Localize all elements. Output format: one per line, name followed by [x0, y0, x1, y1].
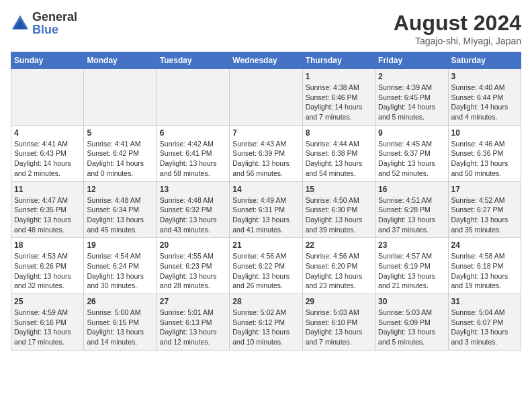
day-number: 19 — [87, 240, 153, 250]
day-cell: 28Sunrise: 5:02 AM Sunset: 6:12 PM Dayli… — [230, 294, 302, 351]
day-number: 25 — [14, 297, 81, 306]
day-number: 13 — [160, 185, 226, 194]
day-number: 3 — [451, 72, 518, 81]
day-info: Sunrise: 4:38 AM Sunset: 6:46 PM Dayligh… — [306, 83, 372, 122]
day-number: 24 — [451, 240, 518, 250]
day-info: Sunrise: 5:00 AM Sunset: 6:15 PM Dayligh… — [87, 308, 153, 347]
day-cell: 8Sunrise: 4:44 AM Sunset: 6:38 PM Daylig… — [302, 125, 375, 181]
day-info: Sunrise: 4:41 AM Sunset: 6:43 PM Dayligh… — [14, 139, 81, 179]
day-number: 23 — [378, 240, 445, 250]
week-row-1: 4Sunrise: 4:41 AM Sunset: 6:43 PM Daylig… — [11, 125, 521, 181]
logo: General Blue — [11, 11, 77, 36]
day-info: Sunrise: 5:03 AM Sunset: 6:10 PM Dayligh… — [306, 308, 372, 347]
header-cell-wednesday: Wednesday — [230, 52, 302, 69]
day-info: Sunrise: 4:55 AM Sunset: 6:23 PM Dayligh… — [160, 251, 226, 291]
header-cell-sunday: Sunday — [11, 52, 84, 69]
header-cell-tuesday: Tuesday — [157, 52, 229, 69]
day-number: 26 — [87, 297, 153, 306]
day-number: 29 — [306, 297, 372, 306]
day-cell: 5Sunrise: 4:41 AM Sunset: 6:42 PM Daylig… — [84, 125, 157, 181]
day-cell: 9Sunrise: 4:45 AM Sunset: 6:37 PM Daylig… — [375, 125, 448, 181]
day-info: Sunrise: 4:42 AM Sunset: 6:41 PM Dayligh… — [160, 139, 226, 179]
day-info: Sunrise: 4:57 AM Sunset: 6:19 PM Dayligh… — [378, 251, 445, 291]
day-cell: 7Sunrise: 4:43 AM Sunset: 6:39 PM Daylig… — [230, 125, 302, 181]
day-cell — [11, 69, 84, 126]
day-cell: 10Sunrise: 4:46 AM Sunset: 6:36 PM Dayli… — [448, 125, 521, 181]
day-info: Sunrise: 4:56 AM Sunset: 6:22 PM Dayligh… — [232, 251, 299, 291]
day-number: 10 — [451, 128, 518, 138]
day-number: 14 — [232, 185, 299, 194]
header-cell-friday: Friday — [375, 52, 448, 69]
day-info: Sunrise: 5:03 AM Sunset: 6:09 PM Dayligh… — [378, 308, 445, 347]
day-info: Sunrise: 4:45 AM Sunset: 6:37 PM Dayligh… — [378, 139, 445, 179]
day-number: 12 — [87, 185, 153, 194]
day-cell: 17Sunrise: 4:52 AM Sunset: 6:27 PM Dayli… — [448, 181, 521, 238]
week-row-4: 25Sunrise: 4:59 AM Sunset: 6:16 PM Dayli… — [11, 294, 521, 351]
header-row: SundayMondayTuesdayWednesdayThursdayFrid… — [11, 52, 521, 69]
day-cell: 4Sunrise: 4:41 AM Sunset: 6:43 PM Daylig… — [11, 125, 84, 181]
day-cell: 14Sunrise: 4:49 AM Sunset: 6:31 PM Dayli… — [230, 181, 302, 238]
day-cell: 24Sunrise: 4:58 AM Sunset: 6:18 PM Dayli… — [448, 238, 521, 294]
day-info: Sunrise: 4:58 AM Sunset: 6:18 PM Dayligh… — [451, 251, 518, 291]
day-number: 7 — [232, 128, 299, 138]
day-cell: 11Sunrise: 4:47 AM Sunset: 6:35 PM Dayli… — [11, 181, 84, 238]
day-number: 27 — [160, 297, 226, 306]
header-cell-monday: Monday — [84, 52, 157, 69]
day-info: Sunrise: 4:51 AM Sunset: 6:28 PM Dayligh… — [378, 195, 445, 235]
day-cell: 20Sunrise: 4:55 AM Sunset: 6:23 PM Dayli… — [157, 238, 229, 294]
day-cell: 18Sunrise: 4:53 AM Sunset: 6:26 PM Dayli… — [11, 238, 84, 294]
day-number: 16 — [378, 185, 445, 194]
day-number: 2 — [378, 72, 445, 81]
day-cell — [84, 69, 157, 126]
day-number: 18 — [14, 240, 81, 250]
day-info: Sunrise: 4:48 AM Sunset: 6:34 PM Dayligh… — [87, 195, 153, 235]
header-cell-thursday: Thursday — [302, 52, 375, 69]
day-cell — [230, 69, 302, 126]
day-cell: 31Sunrise: 5:04 AM Sunset: 6:07 PM Dayli… — [448, 294, 521, 351]
day-info: Sunrise: 4:41 AM Sunset: 6:42 PM Dayligh… — [87, 139, 153, 179]
day-cell: 16Sunrise: 4:51 AM Sunset: 6:28 PM Dayli… — [375, 181, 448, 238]
day-cell: 22Sunrise: 4:56 AM Sunset: 6:20 PM Dayli… — [302, 238, 375, 294]
day-info: Sunrise: 4:44 AM Sunset: 6:38 PM Dayligh… — [306, 139, 372, 179]
day-info: Sunrise: 5:02 AM Sunset: 6:12 PM Dayligh… — [232, 308, 299, 347]
week-row-0: 1Sunrise: 4:38 AM Sunset: 6:46 PM Daylig… — [11, 69, 521, 126]
day-info: Sunrise: 4:53 AM Sunset: 6:26 PM Dayligh… — [14, 251, 81, 291]
logo-text-blue: Blue — [32, 23, 58, 36]
day-number: 8 — [306, 128, 372, 138]
day-info: Sunrise: 4:56 AM Sunset: 6:20 PM Dayligh… — [306, 251, 372, 291]
logo-text-general: General — [32, 10, 77, 24]
day-cell: 15Sunrise: 4:50 AM Sunset: 6:30 PM Dayli… — [302, 181, 375, 238]
day-number: 22 — [306, 240, 372, 250]
day-number: 21 — [232, 240, 299, 250]
day-info: Sunrise: 4:50 AM Sunset: 6:30 PM Dayligh… — [306, 195, 372, 235]
day-number: 4 — [14, 128, 81, 138]
day-info: Sunrise: 4:52 AM Sunset: 6:27 PM Dayligh… — [451, 195, 518, 235]
day-info: Sunrise: 4:59 AM Sunset: 6:16 PM Dayligh… — [14, 308, 81, 347]
day-cell: 1Sunrise: 4:38 AM Sunset: 6:46 PM Daylig… — [302, 69, 375, 126]
day-number: 5 — [87, 128, 153, 138]
day-cell: 2Sunrise: 4:39 AM Sunset: 6:45 PM Daylig… — [375, 69, 448, 126]
month-title: August 2024 — [394, 11, 521, 36]
week-row-3: 18Sunrise: 4:53 AM Sunset: 6:26 PM Dayli… — [11, 238, 521, 294]
day-info: Sunrise: 5:01 AM Sunset: 6:13 PM Dayligh… — [160, 308, 226, 347]
day-cell: 12Sunrise: 4:48 AM Sunset: 6:34 PM Dayli… — [84, 181, 157, 238]
day-number: 17 — [451, 185, 518, 194]
day-info: Sunrise: 4:48 AM Sunset: 6:32 PM Dayligh… — [160, 195, 226, 235]
day-info: Sunrise: 4:49 AM Sunset: 6:31 PM Dayligh… — [232, 195, 299, 235]
calendar-table: SundayMondayTuesdayWednesdayThursdayFrid… — [11, 52, 521, 351]
day-cell: 27Sunrise: 5:01 AM Sunset: 6:13 PM Dayli… — [157, 294, 229, 351]
title-area: August 2024 Tagajo-shi, Miyagi, Japan — [394, 11, 521, 46]
week-row-2: 11Sunrise: 4:47 AM Sunset: 6:35 PM Dayli… — [11, 181, 521, 238]
day-cell — [157, 69, 229, 126]
day-cell: 26Sunrise: 5:00 AM Sunset: 6:15 PM Dayli… — [84, 294, 157, 351]
logo-icon — [11, 14, 30, 33]
header-cell-saturday: Saturday — [448, 52, 521, 69]
day-cell: 3Sunrise: 4:40 AM Sunset: 6:44 PM Daylig… — [448, 69, 521, 126]
day-number: 15 — [306, 185, 372, 194]
day-number: 20 — [160, 240, 226, 250]
day-cell: 25Sunrise: 4:59 AM Sunset: 6:16 PM Dayli… — [11, 294, 84, 351]
day-cell: 23Sunrise: 4:57 AM Sunset: 6:19 PM Dayli… — [375, 238, 448, 294]
day-info: Sunrise: 4:47 AM Sunset: 6:35 PM Dayligh… — [14, 195, 81, 235]
day-number: 11 — [14, 185, 81, 194]
day-cell: 6Sunrise: 4:42 AM Sunset: 6:41 PM Daylig… — [157, 125, 229, 181]
